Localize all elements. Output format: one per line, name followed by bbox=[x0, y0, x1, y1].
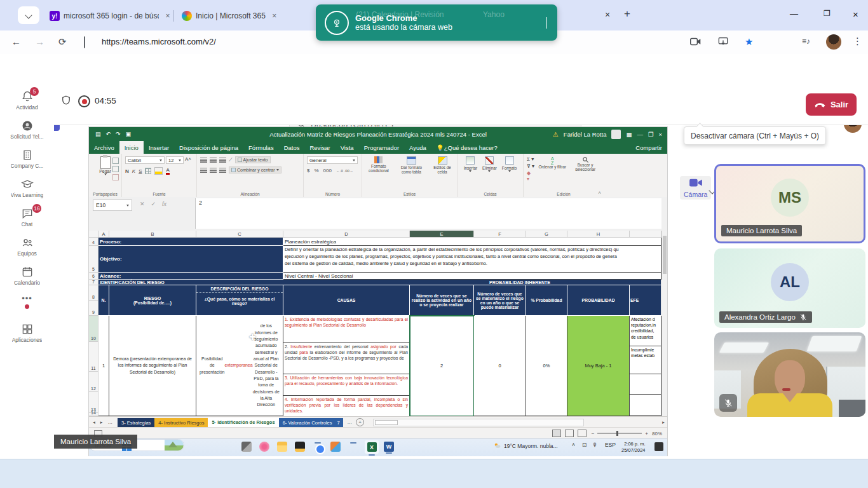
cell-veces-actividad-selected[interactable]: 2 bbox=[410, 316, 474, 416]
row-header[interactable]: 7 bbox=[89, 280, 98, 285]
shared-taskview-icon[interactable] bbox=[241, 442, 252, 452]
row-header[interactable]: 12 bbox=[89, 372, 98, 392]
underline-icon[interactable]: S bbox=[139, 168, 142, 174]
sidebar-item-solicitud[interactable]: Solicitud Tel... bbox=[0, 119, 54, 140]
shield-icon[interactable] bbox=[60, 95, 72, 106]
shared-excel-icon-active[interactable]: X bbox=[365, 440, 379, 454]
copy-icon[interactable] bbox=[112, 166, 119, 172]
shared-weather[interactable]: 19°C Mayorm. nubla... bbox=[493, 442, 558, 450]
clear-icon[interactable]: ◆ ▾ bbox=[527, 170, 534, 182]
cell-causa-2[interactable]: 2. Insuficiente entrenamiento del person… bbox=[283, 343, 409, 374]
sidebar-item-viva-learning[interactable]: Viva Learning bbox=[0, 178, 54, 198]
camera-button[interactable]: Cámara bbox=[680, 176, 711, 200]
sheet-tab-identificacion-active[interactable]: 5- Identificación de Riesgos bbox=[208, 417, 278, 428]
header-descripcion-sub[interactable]: ¿Qué pasa, cómo se materializa el riesgo… bbox=[196, 293, 283, 309]
cell-objetivo-label[interactable]: Objetivo: bbox=[98, 246, 283, 273]
row-header[interactable]: 4 bbox=[89, 238, 98, 246]
ribbon-tab-revisar[interactable]: Revisar bbox=[304, 141, 335, 154]
align-top-icon[interactable] bbox=[200, 158, 207, 163]
notification-expand-button[interactable] bbox=[546, 17, 547, 29]
col-header-d[interactable]: D bbox=[283, 231, 410, 238]
zoom-in-icon[interactable]: + bbox=[645, 431, 648, 437]
tab-camera-icon[interactable] bbox=[690, 37, 701, 46]
col-header-h[interactable]: H bbox=[567, 231, 630, 238]
participant-tile-mauricio[interactable]: MS Mauricio Larrota Silva bbox=[714, 164, 865, 243]
cell-efecto-2[interactable]: Incumplimie metas estab bbox=[630, 346, 661, 374]
ribbon-tab-archivo[interactable]: Archivo bbox=[89, 141, 119, 154]
sidebar-item-equipos[interactable]: Equipos bbox=[0, 236, 54, 257]
find-select-button[interactable]: Buscar y seleccionar bbox=[570, 156, 600, 182]
excel-share-button[interactable]: Compartir bbox=[635, 144, 662, 151]
currency-icon[interactable]: $ bbox=[307, 168, 309, 173]
sidebar-item-company[interactable]: Company C... bbox=[0, 149, 54, 169]
italic-icon[interactable]: K bbox=[132, 168, 135, 174]
cell-riesgo[interactable]: Demora (presentación extemporanea de los… bbox=[109, 316, 196, 416]
fx-icon[interactable]: fx bbox=[162, 201, 166, 207]
cell-proceso-label[interactable]: Proceso: bbox=[98, 238, 283, 246]
row-header[interactable]: 5 bbox=[89, 246, 98, 273]
sidebar-more-button[interactable]: ••• bbox=[0, 294, 54, 309]
shared-notes-icon[interactable] bbox=[295, 442, 305, 452]
header-pct[interactable]: % Probabilidad bbox=[526, 285, 567, 316]
cell-n[interactable]: 1 bbox=[98, 316, 109, 416]
borders-icon[interactable] bbox=[145, 168, 151, 174]
cell-objetivo-value[interactable]: Definir y orientar la planeación estraté… bbox=[283, 246, 661, 273]
media-controls-icon[interactable]: ≡♪ bbox=[802, 37, 810, 46]
col-header-f[interactable]: F bbox=[474, 231, 526, 238]
cell-styles-button[interactable]: Estilos de celda bbox=[431, 156, 454, 175]
cell-alcance-label[interactable]: Alcance: bbox=[98, 273, 283, 280]
sidebar-item-chat[interactable]: Chat 16 bbox=[0, 207, 54, 227]
cell-efecto-3[interactable] bbox=[630, 374, 661, 395]
enter-icon[interactable]: ✓ bbox=[151, 201, 156, 207]
header-efectos[interactable]: EFE bbox=[630, 285, 661, 316]
percent-icon[interactable]: % bbox=[314, 168, 318, 173]
tab-close-icon[interactable]: × bbox=[269, 11, 280, 20]
redo-icon[interactable]: ↷ bbox=[116, 131, 121, 137]
font-color-icon[interactable]: A bbox=[166, 168, 169, 175]
cell-pct[interactable]: 0% bbox=[526, 316, 567, 416]
page-layout-icon[interactable] bbox=[565, 430, 574, 437]
merge-center-button[interactable]: Combinar y centrar bbox=[229, 166, 281, 173]
ribbon-tab-inicio[interactable]: Inicio bbox=[119, 141, 144, 154]
format-painter-icon[interactable] bbox=[112, 174, 119, 180]
cell-veces-riesgo[interactable]: 0 bbox=[474, 316, 526, 416]
participant-tile-self-video[interactable] bbox=[714, 332, 865, 417]
cell-efecto-4[interactable] bbox=[630, 395, 661, 416]
sheet-tab-estrategias[interactable]: 3- Estrategias bbox=[118, 418, 154, 428]
format-cells-button[interactable]: Formato bbox=[502, 156, 517, 172]
sheet-scroll-right[interactable]: ▸ bbox=[662, 419, 665, 425]
bookmark-star-icon[interactable]: ★ bbox=[745, 36, 753, 48]
sidebar-item-aplicaciones[interactable]: Aplicaciones bbox=[0, 323, 54, 343]
cell-alcance-value[interactable]: Nivel Central - Nivel Seccional bbox=[283, 273, 661, 280]
format-as-table-button[interactable]: Dar formato como tabla bbox=[397, 156, 426, 175]
cell-causa-3[interactable]: 3. Utilización de herramientas con baja … bbox=[283, 374, 409, 396]
zoom-slider[interactable] bbox=[597, 433, 642, 434]
tab-close-icon[interactable]: × bbox=[605, 10, 610, 20]
sheet-tab-7[interactable]: 7 bbox=[336, 418, 343, 428]
excel-quick-access-toolbar[interactable]: ▤↶↷▣ bbox=[95, 131, 131, 137]
touch-mode-icon[interactable]: ▣ bbox=[126, 131, 132, 137]
select-all-corner[interactable] bbox=[89, 231, 98, 238]
ribbon-tab-insertar[interactable]: Insertar bbox=[144, 141, 174, 154]
align-right-icon[interactable] bbox=[219, 168, 226, 173]
cell-causa-1[interactable]: 1. Existencia de metodologías confusas y… bbox=[283, 316, 409, 343]
sheet-more-right[interactable]: … bbox=[347, 419, 352, 425]
header-descripcion[interactable]: DESCRIPCIÓN DEL RIESGO bbox=[196, 285, 283, 293]
shared-app-pink-icon[interactable] bbox=[259, 442, 269, 452]
save-icon[interactable]: ▤ bbox=[95, 131, 101, 137]
col-header-c[interactable]: C bbox=[196, 231, 283, 238]
row-header[interactable]: 10 bbox=[89, 316, 98, 342]
cell-efecto-1[interactable]: Afectación d reputacion,in credibilidad,… bbox=[630, 316, 661, 346]
font-name-combo[interactable]: Calibri bbox=[125, 156, 165, 164]
cell-descripcion[interactable]: Posibilidad de presentación extemporanea… bbox=[196, 316, 283, 416]
wrap-text-button[interactable]: Ajustar texto bbox=[235, 156, 271, 163]
tab-close-icon[interactable]: × bbox=[163, 11, 173, 20]
name-box[interactable]: E10 bbox=[93, 200, 132, 211]
conditional-format-button[interactable]: Formato condicional bbox=[365, 156, 392, 175]
ribbon-tab-vista[interactable]: Vista bbox=[336, 141, 359, 154]
sheet-tab-valoracion[interactable]: 6- Valoración Controles bbox=[279, 418, 336, 428]
sidebar-item-calendario[interactable]: Calendario bbox=[0, 266, 54, 286]
ribbon-tab-formulas[interactable]: Fórmulas bbox=[243, 141, 279, 154]
window-minimize-button[interactable]: — bbox=[790, 9, 798, 18]
header-veces-actividad[interactable]: Número de veces que se realizó la activi… bbox=[410, 285, 474, 316]
